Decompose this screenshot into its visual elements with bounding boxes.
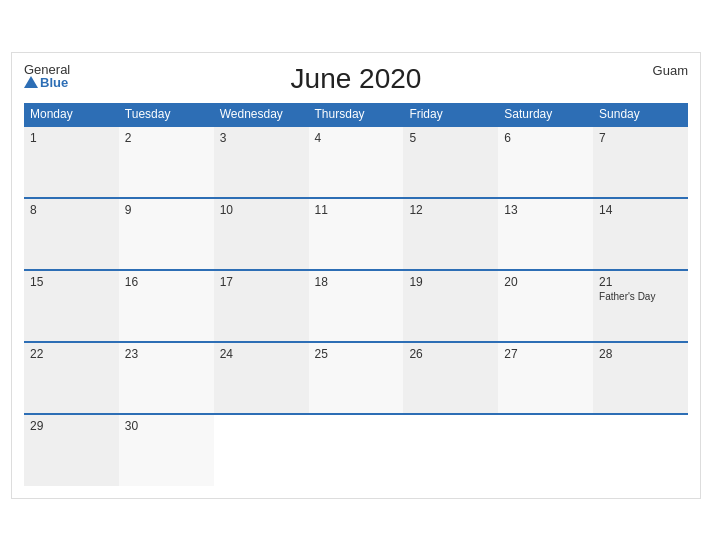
day-number: 4: [315, 131, 398, 145]
day-number: 28: [599, 347, 682, 361]
calendar-container: General Blue June 2020 Guam Monday Tuesd…: [11, 52, 701, 499]
header-sunday: Sunday: [593, 103, 688, 126]
table-row: 12: [403, 198, 498, 270]
table-row: 18: [309, 270, 404, 342]
table-row: 9: [119, 198, 214, 270]
day-number: 16: [125, 275, 208, 289]
header-tuesday: Tuesday: [119, 103, 214, 126]
table-row: 11: [309, 198, 404, 270]
table-row: 2: [119, 126, 214, 198]
day-number: 6: [504, 131, 587, 145]
day-number: 2: [125, 131, 208, 145]
table-row: 14: [593, 198, 688, 270]
day-number: 1: [30, 131, 113, 145]
table-row: 1: [24, 126, 119, 198]
day-number: 22: [30, 347, 113, 361]
day-number: 19: [409, 275, 492, 289]
day-number: 3: [220, 131, 303, 145]
table-row: 13: [498, 198, 593, 270]
table-row: 23: [119, 342, 214, 414]
table-row: 19: [403, 270, 498, 342]
day-event: Father's Day: [599, 291, 682, 302]
day-number: 14: [599, 203, 682, 217]
header-saturday: Saturday: [498, 103, 593, 126]
day-number: 23: [125, 347, 208, 361]
day-number: 17: [220, 275, 303, 289]
table-row: 25: [309, 342, 404, 414]
logo-triangle-icon: [24, 76, 38, 88]
table-row: 6: [498, 126, 593, 198]
day-number: 10: [220, 203, 303, 217]
day-number: 24: [220, 347, 303, 361]
day-number: 21: [599, 275, 682, 289]
table-row: 21Father's Day: [593, 270, 688, 342]
header-wednesday: Wednesday: [214, 103, 309, 126]
table-row: [403, 414, 498, 486]
table-row: 29: [24, 414, 119, 486]
table-row: [593, 414, 688, 486]
table-row: 17: [214, 270, 309, 342]
table-row: 8: [24, 198, 119, 270]
calendar-week-row: 1234567: [24, 126, 688, 198]
day-number: 20: [504, 275, 587, 289]
day-number: 13: [504, 203, 587, 217]
day-number: 29: [30, 419, 113, 433]
day-number: 27: [504, 347, 587, 361]
table-row: 5: [403, 126, 498, 198]
calendar-week-row: 15161718192021Father's Day: [24, 270, 688, 342]
calendar-table: Monday Tuesday Wednesday Thursday Friday…: [24, 103, 688, 486]
table-row: 30: [119, 414, 214, 486]
table-row: 22: [24, 342, 119, 414]
table-row: 4: [309, 126, 404, 198]
logo: General Blue: [24, 63, 70, 89]
table-row: 16: [119, 270, 214, 342]
day-number: 5: [409, 131, 492, 145]
table-row: 7: [593, 126, 688, 198]
day-number: 30: [125, 419, 208, 433]
table-row: 3: [214, 126, 309, 198]
day-number: 9: [125, 203, 208, 217]
header-monday: Monday: [24, 103, 119, 126]
day-number: 12: [409, 203, 492, 217]
region-label: Guam: [653, 63, 688, 78]
calendar-week-row: 891011121314: [24, 198, 688, 270]
header-thursday: Thursday: [309, 103, 404, 126]
logo-general-text: General: [24, 63, 70, 76]
table-row: [309, 414, 404, 486]
calendar-header: General Blue June 2020 Guam: [24, 63, 688, 95]
day-number: 25: [315, 347, 398, 361]
day-number: 8: [30, 203, 113, 217]
table-row: 20: [498, 270, 593, 342]
day-number: 18: [315, 275, 398, 289]
table-row: 15: [24, 270, 119, 342]
table-row: [498, 414, 593, 486]
day-number: 15: [30, 275, 113, 289]
day-number: 26: [409, 347, 492, 361]
table-row: 28: [593, 342, 688, 414]
calendar-week-row: 2930: [24, 414, 688, 486]
calendar-week-row: 22232425262728: [24, 342, 688, 414]
table-row: 26: [403, 342, 498, 414]
table-row: [214, 414, 309, 486]
table-row: 24: [214, 342, 309, 414]
calendar-title: June 2020: [291, 63, 422, 95]
table-row: 27: [498, 342, 593, 414]
day-number: 7: [599, 131, 682, 145]
weekday-header-row: Monday Tuesday Wednesday Thursday Friday…: [24, 103, 688, 126]
day-number: 11: [315, 203, 398, 217]
table-row: 10: [214, 198, 309, 270]
header-friday: Friday: [403, 103, 498, 126]
logo-blue-text: Blue: [24, 76, 70, 89]
